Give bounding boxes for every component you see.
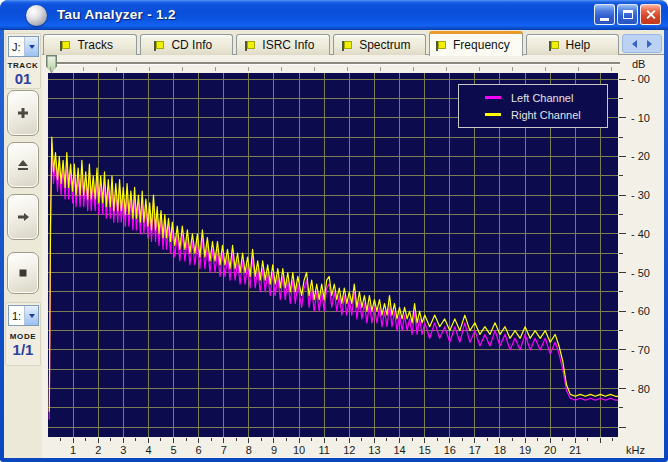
track-section: J: TRACK 01 [5,33,41,89]
chart-panel: 123456789101112131415161718192021kHz- 00… [42,54,664,458]
svg-text:6: 6 [196,444,202,456]
svg-text:14: 14 [393,444,405,456]
svg-text:9: 9 [271,444,277,456]
svg-text:- 10: - 10 [631,112,650,124]
svg-text:21: 21 [569,444,581,456]
window: Tau Analyzer - 1.2 Tracks CD Info ISRC I… [0,0,668,462]
close-button[interactable] [640,4,661,25]
svg-text:dB: dB [632,58,645,70]
title-bar[interactable]: Tau Analyzer - 1.2 [0,0,668,30]
svg-text:20: 20 [544,444,556,456]
flag-icon [156,41,164,49]
tab-frequency[interactable]: Frequency [429,31,523,56]
svg-text:- 70: - 70 [631,344,650,356]
tab-tracks[interactable]: Tracks [43,34,137,55]
legend-label: Right Channel [511,109,581,121]
svg-text:- 00: - 00 [631,73,650,85]
svg-text:13: 13 [368,444,380,456]
plus-icon [16,106,30,120]
mode-section: 1: MODE 1/1 [5,302,41,366]
sidebar: J: TRACK 01 1: [4,30,42,458]
svg-text:- 50: - 50 [631,267,650,279]
svg-text:1: 1 [70,444,76,456]
position-slider[interactable] [48,62,620,64]
plus-button[interactable] [7,90,39,136]
svg-text:19: 19 [519,444,531,456]
mode-select-dropdown-button[interactable] [24,306,38,325]
mode-value: 1/1 [6,341,40,358]
legend-item-left-channel: Left Channel [485,92,607,104]
chevron-down-icon [29,45,35,49]
flag-icon [62,41,70,49]
flag-icon [344,41,352,49]
window-title: Tau Analyzer - 1.2 [57,7,176,22]
svg-text:11: 11 [319,444,330,456]
slider-ticks [50,67,616,71]
tab-spectrum[interactable]: Spectrum [333,34,427,55]
svg-text:- 60: - 60 [631,305,650,317]
tab-isrc-info[interactable]: ISRC Info [236,34,330,55]
drive-select-value: J: [9,37,24,56]
track-label: TRACK [6,61,40,70]
flag-icon [551,41,559,49]
window-controls [594,4,661,25]
eject-icon [16,158,30,172]
flag-icon [247,41,255,49]
next-button[interactable] [7,194,39,240]
flag-icon [438,41,446,49]
svg-text:- 30: - 30 [631,189,650,201]
svg-text:- 20: - 20 [631,150,650,162]
minimize-icon [600,18,609,21]
drive-select[interactable]: J: [8,36,39,57]
track-number: 01 [6,70,40,87]
close-icon [645,9,656,20]
legend: Left Channel Right Channel [458,84,608,128]
svg-text:2: 2 [95,444,101,456]
tab-scroll-left-icon[interactable] [632,40,637,48]
minimize-button[interactable] [594,4,615,25]
arrow-right-icon [16,210,30,224]
svg-text:12: 12 [343,444,355,456]
svg-text:kHz: kHz [626,444,645,456]
client-area: Tracks CD Info ISRC Info Spectrum Freque… [4,30,664,458]
tab-scroll-right-icon[interactable] [647,40,652,48]
svg-text:5: 5 [170,444,176,456]
svg-text:8: 8 [246,444,252,456]
svg-text:17: 17 [469,444,481,456]
chevron-down-icon [29,314,35,318]
right-channel-swatch [485,113,501,116]
left-channel-swatch [485,96,501,99]
drive-select-dropdown-button[interactable] [24,37,38,56]
svg-text:4: 4 [145,444,151,456]
svg-text:7: 7 [221,444,227,456]
tab-cd-info[interactable]: CD Info [140,34,234,55]
svg-text:16: 16 [444,444,456,456]
svg-text:- 40: - 40 [631,228,650,240]
maximize-button[interactable] [617,4,638,25]
svg-text:3: 3 [120,444,126,456]
stop-icon [16,266,30,280]
maximize-icon [623,10,633,19]
legend-item-right-channel: Right Channel [485,109,607,121]
stop-button[interactable] [7,252,39,294]
mode-select-value: 1: [9,306,24,325]
tab-bar: Tracks CD Info ISRC Info Spectrum Freque… [43,32,662,55]
svg-text:18: 18 [494,444,506,456]
mode-select[interactable]: 1: [8,305,39,326]
tab-help[interactable]: Help [526,34,620,55]
legend-label: Left Channel [511,92,573,104]
svg-text:- 80: - 80 [631,383,650,395]
tab-scroll-buttons [622,34,662,53]
svg-text:15: 15 [419,444,431,456]
mode-label: MODE [6,332,40,341]
app-icon [26,5,47,26]
svg-text:10: 10 [293,444,305,456]
eject-button[interactable] [7,142,39,188]
